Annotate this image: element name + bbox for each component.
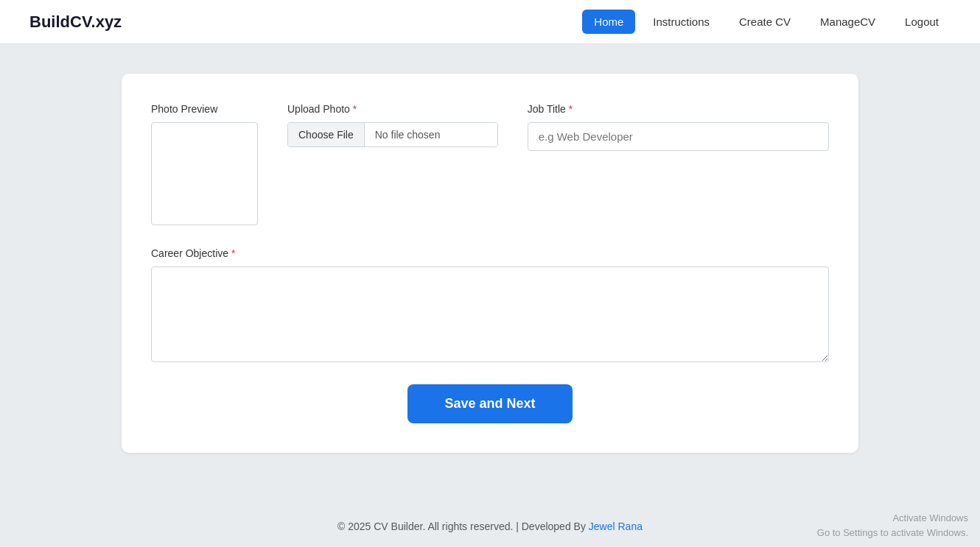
no-file-text: No file chosen	[365, 123, 497, 147]
nav-logout[interactable]: Logout	[893, 10, 951, 34]
footer-text: © 2025 CV Builder. All rights reserved. …	[337, 520, 589, 532]
career-required-star: *	[231, 247, 235, 259]
upload-section: Upload Photo * Choose File No file chose…	[287, 103, 498, 225]
career-objective-section: Career Objective *	[151, 247, 829, 362]
upload-photo-label: Upload Photo *	[287, 103, 498, 115]
save-next-button[interactable]: Save and Next	[407, 384, 572, 423]
nav-instructions[interactable]: Instructions	[641, 10, 721, 34]
footer-link[interactable]: Jewel Rana	[589, 520, 643, 532]
career-objective-label: Career Objective *	[151, 247, 829, 259]
footer: © 2025 CV Builder. All rights reserved. …	[0, 506, 980, 547]
file-input-wrapper: Choose File No file chosen	[287, 122, 498, 147]
button-row: Save and Next	[151, 384, 829, 423]
main-content: Photo Preview Upload Photo * Choose File…	[0, 44, 980, 506]
choose-file-button[interactable]: Choose File	[288, 123, 365, 147]
photo-section: Photo Preview	[151, 103, 258, 225]
photo-preview-label: Photo Preview	[151, 103, 258, 115]
photo-preview-box	[151, 122, 258, 225]
job-title-label: Job Title *	[528, 103, 829, 115]
brand-logo: BuildCV.xyz	[29, 13, 122, 32]
nav-links: Home Instructions Create CV ManageCV Log…	[582, 10, 951, 34]
job-title-required-star: *	[569, 103, 573, 115]
upload-required-star: *	[353, 103, 357, 115]
job-title-section: Job Title *	[528, 103, 829, 225]
navbar: BuildCV.xyz Home Instructions Create CV …	[0, 0, 980, 44]
form-card: Photo Preview Upload Photo * Choose File…	[122, 74, 858, 453]
nav-manage-cv[interactable]: ManageCV	[808, 10, 887, 34]
career-objective-textarea[interactable]	[151, 267, 829, 362]
nav-home[interactable]: Home	[582, 10, 635, 34]
form-top-row: Photo Preview Upload Photo * Choose File…	[151, 103, 829, 225]
job-title-input[interactable]	[528, 122, 829, 151]
nav-create-cv[interactable]: Create CV	[727, 10, 802, 34]
